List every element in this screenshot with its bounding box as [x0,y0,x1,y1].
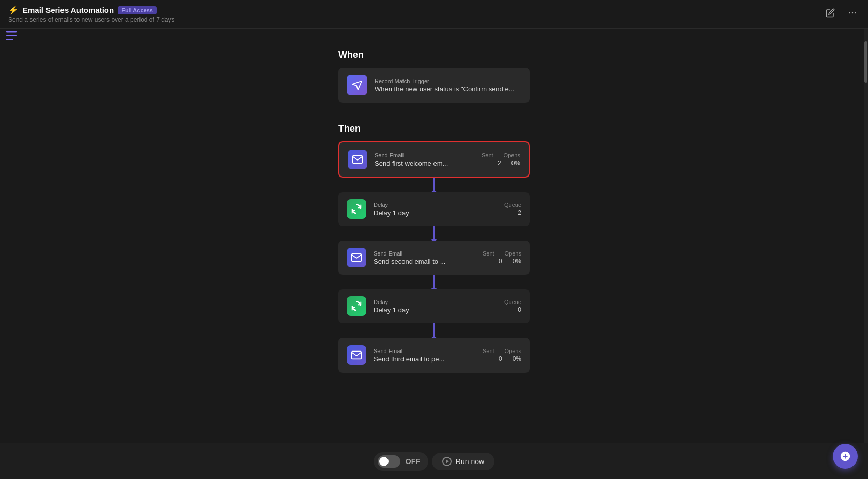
svg-point-2 [855,12,857,14]
main-content: When Record Match Trigger When the new u… [0,29,868,443]
step-name-5: Send third email to pe... [374,355,473,363]
stats-label-5: SentOpens [483,348,521,354]
stats-label-2: Queue [504,202,521,208]
stats-value-1: 20% [498,159,520,167]
svg-point-0 [849,12,850,14]
svg-rect-5 [6,39,13,40]
email-step-icon-1 [348,150,367,169]
run-now-button[interactable]: Run now [432,453,494,470]
delay-step-icon-4 [347,296,366,316]
step-info-3: Send Email Send second email to ... [374,250,473,265]
step-card-4[interactable]: Delay Delay 1 day Queue 0 [338,289,530,323]
email-step-icon-3 [347,248,366,267]
header-subtitle: Send a series of emails to new users ove… [8,16,175,23]
trigger-card[interactable]: Record Match Trigger When the new user s… [338,68,530,103]
edit-button[interactable] [824,6,837,22]
app-header: ⚡ Email Series Automation Full Access Se… [0,0,868,29]
lightning-icon: ⚡ [8,5,19,15]
scrollbar[interactable] [864,29,868,443]
step-type-1: Send Email [375,152,472,158]
automation-toggle[interactable] [378,455,400,468]
step-name-4: Delay 1 day [374,306,473,314]
stats-label-3: SentOpens [483,250,521,257]
then-section-label: Then [338,123,530,134]
step-stats-5: SentOpens 00% [480,348,521,362]
connector-2 [433,226,435,241]
stats-value-5: 00% [499,355,521,362]
trigger-type-label: Record Match Trigger [375,78,515,84]
trigger-icon [347,75,367,95]
svg-rect-3 [6,31,17,33]
step-card-5[interactable]: Send Email Send third email to pe... Sen… [338,338,530,373]
svg-rect-4 [6,35,17,37]
flow-container: Send Email Send first welcome em... Sent… [338,141,530,373]
run-icon [442,457,452,466]
connector-3 [433,275,435,289]
stats-label-1: SentOpens [482,152,520,158]
step-info-4: Delay Delay 1 day [374,299,473,314]
when-section-label: When [338,50,530,60]
bottom-divider [430,451,430,472]
stats-label-4: Queue [504,299,521,305]
svg-marker-6 [352,81,362,90]
step-info-2: Delay Delay 1 day [374,202,473,217]
step-stats-3: SentOpens 00% [480,250,521,265]
step-name-2: Delay 1 day [374,209,473,217]
step-type-2: Delay [374,202,473,208]
step-name-3: Send second email to ... [374,258,473,265]
connector-1 [433,178,435,192]
toggle-container: OFF [374,452,428,471]
step-name-1: Send first welcome em... [375,159,472,167]
svg-point-1 [852,12,854,14]
header-actions [824,6,860,23]
step-card-3[interactable]: Send Email Send second email to ... Sent… [338,241,530,275]
connector-4 [433,323,435,338]
header-title-row: ⚡ Email Series Automation Full Access [8,5,175,15]
sidebar-toggle[interactable] [6,31,17,43]
toggle-label: OFF [406,457,420,466]
more-options-button[interactable] [845,6,860,23]
step-type-4: Delay [374,299,473,305]
full-access-badge: Full Access [118,6,157,14]
step-stats-2: Queue 2 [480,202,521,216]
stats-value-4: 0 [518,306,521,313]
scrollbar-thumb[interactable] [864,41,867,83]
step-type-5: Send Email [374,348,473,354]
header-left: ⚡ Email Series Automation Full Access Se… [8,5,175,23]
app-title: Email Series Automation [23,6,114,14]
bottom-bar: OFF Run now [0,443,868,479]
stats-value-2: 2 [518,209,521,216]
step-type-3: Send Email [374,250,473,257]
step-card-1[interactable]: Send Email Send first welcome em... Sent… [338,141,530,178]
step-card-2[interactable]: Delay Delay 1 day Queue 2 [338,192,530,226]
email-step-icon-5 [347,345,366,365]
step-stats-4: Queue 0 [480,299,521,313]
trigger-description: When the new user status is "Confirm sen… [375,85,515,93]
stats-value-3: 00% [499,258,521,265]
step-info-1: Send Email Send first welcome em... [375,152,472,167]
run-now-label: Run now [456,457,484,466]
step-stats-1: SentOpens 20% [479,152,520,167]
fab-button[interactable] [833,444,858,469]
trigger-info: Record Match Trigger When the new user s… [375,78,515,93]
delay-step-icon-2 [347,199,366,219]
step-info-5: Send Email Send third email to pe... [374,348,473,363]
